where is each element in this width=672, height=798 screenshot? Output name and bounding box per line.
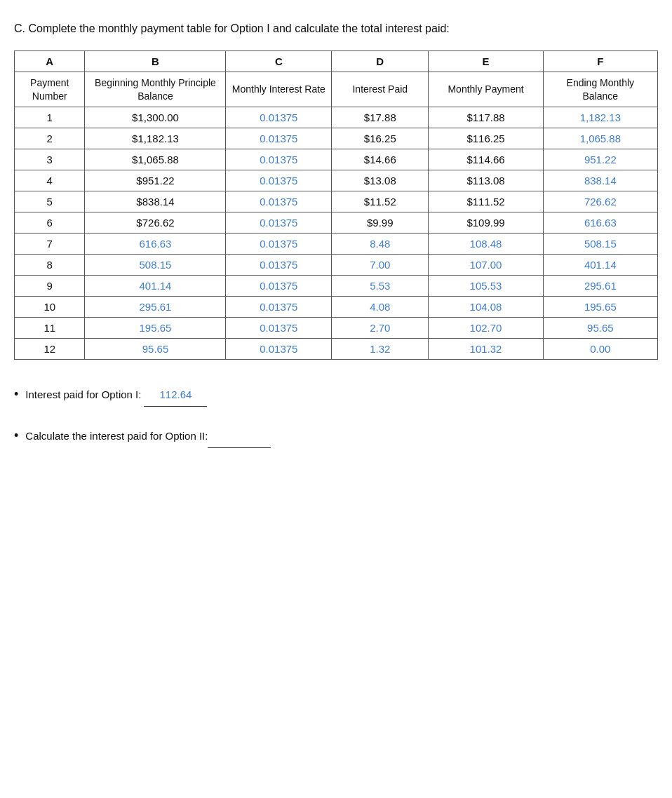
col-subheader-d: Interest Paid [332,72,429,107]
option2-item: • Calculate the interest paid for Option… [14,422,658,450]
cell-e: 107.00 [429,254,543,275]
cell-b: $951.22 [85,170,226,191]
cell-num: 2 [15,128,85,149]
cell-f: 838.14 [543,170,657,191]
cell-b: 195.65 [85,317,226,338]
cell-d: $9.99 [332,212,429,233]
col-header-c: C [226,51,332,72]
cell-f: 195.65 [543,296,657,317]
cell-e: $109.99 [429,212,543,233]
cell-d: 2.70 [332,317,429,338]
cell-num: 9 [15,275,85,296]
cell-e: 102.70 [429,317,543,338]
table-row: 7616.630.013758.48108.48508.15 [15,233,658,254]
payment-table: A B C D E F Payment Number Beginning Mon… [14,50,658,359]
cell-f: 1,182.13 [543,107,657,128]
cell-b: $1,182.13 [85,128,226,149]
cell-f: 1,065.88 [543,128,657,149]
table-row: 3$1,065.880.01375$14.66$114.66951.22 [15,149,658,170]
cell-e: 108.48 [429,233,543,254]
intro-text: C. Complete the monthly payment table fo… [14,21,658,36]
cell-c: 0.01375 [226,128,332,149]
cell-c: 0.01375 [226,233,332,254]
cell-num: 7 [15,233,85,254]
cell-f: 951.22 [543,149,657,170]
option2-label: Calculate the interest paid for Option I… [25,424,208,447]
cell-e: $117.88 [429,107,543,128]
cell-c: 0.01375 [226,191,332,212]
bullet-2: • [14,422,18,450]
footer-section: • Interest paid for Option I: 112.64 • C… [14,381,658,450]
col-subheader-e: Monthly Payment [429,72,543,107]
cell-d: $11.52 [332,191,429,212]
col-subheader-c: Monthly Interest Rate [226,72,332,107]
col-header-e: E [429,51,543,72]
cell-c: 0.01375 [226,149,332,170]
cell-d: $13.08 [332,170,429,191]
cell-d: $14.66 [332,149,429,170]
cell-f: 295.61 [543,275,657,296]
cell-d: 1.32 [332,338,429,359]
col-header-a: A [15,51,85,72]
table-row: 1$1,300.000.01375$17.88$117.881,182.13 [15,107,658,128]
cell-e: $114.66 [429,149,543,170]
cell-f: 726.62 [543,191,657,212]
bullet-1: • [14,381,18,409]
col-header-f: F [543,51,657,72]
table-row: 11195.650.013752.70102.7095.65 [15,317,658,338]
interest-paid-value: 112.64 [144,383,207,407]
table-row: 6$726.620.01375$9.99$109.99616.63 [15,212,658,233]
cell-d: 8.48 [332,233,429,254]
cell-b: $838.14 [85,191,226,212]
interest-paid-label: Interest paid for Option I: [25,383,141,406]
cell-e: 105.53 [429,275,543,296]
cell-d: 4.08 [332,296,429,317]
cell-d: 7.00 [332,254,429,275]
cell-num: 8 [15,254,85,275]
option2-blank[interactable] [208,424,271,448]
table-row: 9401.140.013755.53105.53295.61 [15,275,658,296]
col-subheader-f: Ending Monthly Balance [543,72,657,107]
cell-d: $17.88 [332,107,429,128]
cell-b: 401.14 [85,275,226,296]
cell-num: 6 [15,212,85,233]
cell-e: $113.08 [429,170,543,191]
cell-d: $16.25 [332,128,429,149]
cell-f: 616.63 [543,212,657,233]
cell-e: 104.08 [429,296,543,317]
col-subheader-b: Beginning Monthly Principle Balance [85,72,226,107]
cell-num: 10 [15,296,85,317]
cell-c: 0.01375 [226,170,332,191]
table-row: 5$838.140.01375$11.52$111.52726.62 [15,191,658,212]
cell-d: 5.53 [332,275,429,296]
intro-label: C. Complete the monthly payment table fo… [14,22,450,34]
cell-num: 5 [15,191,85,212]
cell-f: 508.15 [543,233,657,254]
table-row: 8508.150.013757.00107.00401.14 [15,254,658,275]
cell-b: 508.15 [85,254,226,275]
cell-b: 616.63 [85,233,226,254]
cell-c: 0.01375 [226,275,332,296]
cell-c: 0.01375 [226,254,332,275]
cell-c: 0.01375 [226,296,332,317]
table-row: 10295.610.013754.08104.08195.65 [15,296,658,317]
table-row: 4$951.220.01375$13.08$113.08838.14 [15,170,658,191]
cell-c: 0.01375 [226,212,332,233]
cell-b: $726.62 [85,212,226,233]
cell-e: $116.25 [429,128,543,149]
cell-c: 0.01375 [226,338,332,359]
cell-num: 4 [15,170,85,191]
interest-paid-item: • Interest paid for Option I: 112.64 [14,381,658,409]
table-row: 1295.650.013751.32101.320.00 [15,338,658,359]
cell-b: $1,065.88 [85,149,226,170]
cell-num: 1 [15,107,85,128]
cell-num: 3 [15,149,85,170]
cell-b: $1,300.00 [85,107,226,128]
cell-c: 0.01375 [226,107,332,128]
table-row: 2$1,182.130.01375$16.25$116.251,065.88 [15,128,658,149]
col-header-d: D [332,51,429,72]
col-header-b: B [85,51,226,72]
cell-num: 11 [15,317,85,338]
cell-e: 101.32 [429,338,543,359]
cell-b: 95.65 [85,338,226,359]
